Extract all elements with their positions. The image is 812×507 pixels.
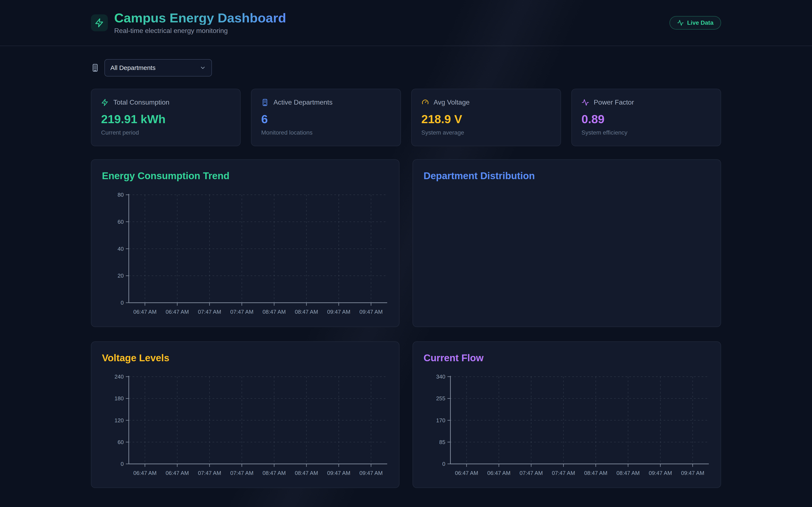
stat-card-avg-voltage: Avg Voltage 218.9 V System average [411,89,561,146]
energy-consumption-trend-chart: 02040608006:47 AM06:47 AM07:47 AM07:47 A… [102,190,389,317]
svg-text:08:47 AM: 08:47 AM [295,470,318,476]
svg-text:07:47 AM: 07:47 AM [230,308,254,315]
panel-current-flow: Current Flow 08517025534006:47 AM06:47 A… [413,341,721,488]
chart-title: Department Distribution [423,170,710,181]
gauge-icon [421,99,429,106]
building-icon [261,99,269,106]
svg-text:07:47 AM: 07:47 AM [198,470,221,476]
stat-card-active-departments: Active Departments 6 Monitored locations [251,89,401,146]
stat-sublabel: Current period [101,129,231,136]
svg-text:09:47 AM: 09:47 AM [327,470,350,476]
dashboard-main: All Departments Total Consumption 219.91… [91,46,721,488]
svg-text:06:47 AM: 06:47 AM [455,470,478,476]
chart-title: Voltage Levels [102,352,389,363]
stat-value: 0.89 [581,112,711,126]
stat-card-power-factor: Power Factor 0.89 System efficiency [571,89,721,146]
svg-text:09:47 AM: 09:47 AM [359,470,383,476]
app-logo [91,14,108,31]
stat-card-total-consumption: Total Consumption 219.91 kWh Current per… [91,89,241,146]
page-title: Campus Energy Dashboard [114,11,286,25]
stat-sublabel: Monitored locations [261,129,391,136]
svg-text:07:47 AM: 07:47 AM [198,308,221,315]
svg-text:40: 40 [117,245,124,252]
chart-title: Current Flow [423,352,710,363]
stat-value: 219.91 kWh [101,112,231,126]
svg-text:07:47 AM: 07:47 AM [552,470,575,476]
svg-text:0: 0 [442,461,445,467]
svg-text:06:47 AM: 06:47 AM [165,470,189,476]
svg-text:09:47 AM: 09:47 AM [359,308,383,315]
live-data-badge: Live Data [669,16,721,30]
live-data-label: Live Data [687,19,714,26]
stat-sublabel: System average [421,129,551,136]
stat-value: 6 [261,112,391,126]
svg-text:08:47 AM: 08:47 AM [295,308,318,315]
panel-department-distribution: Department Distribution [413,159,721,327]
activity-icon [581,99,589,106]
svg-text:20: 20 [117,273,124,279]
svg-text:255: 255 [436,395,445,402]
lightning-bolt-icon [95,18,104,28]
svg-text:09:47 AM: 09:47 AM [327,308,350,315]
stat-value: 218.9 V [421,112,551,126]
svg-text:07:47 AM: 07:47 AM [230,470,254,476]
svg-text:08:47 AM: 08:47 AM [262,470,286,476]
stats-grid: Total Consumption 219.91 kWh Current per… [91,89,721,146]
panel-energy-consumption-trend: Energy Consumption Trend 02040608006:47 … [91,159,399,327]
selected-department: All Departments [110,64,155,71]
building-icon [91,64,99,72]
svg-text:06:47 AM: 06:47 AM [133,470,156,476]
chevron-down-icon [200,65,206,71]
svg-text:80: 80 [117,191,124,198]
brand: Campus Energy Dashboard Real-time electr… [91,11,286,35]
svg-text:60: 60 [117,439,124,445]
department-filter-row: All Departments [91,59,721,76]
stat-label: Power Factor [594,99,634,106]
stat-label: Active Departments [273,99,333,106]
svg-text:08:47 AM: 08:47 AM [262,308,286,315]
chart-title: Energy Consumption Trend [102,170,389,181]
svg-text:06:47 AM: 06:47 AM [487,470,510,476]
stat-label: Avg Voltage [434,99,470,106]
current-flow-chart: 08517025534006:47 AM06:47 AM07:47 AM07:4… [423,372,710,477]
svg-text:170: 170 [436,417,445,424]
svg-text:120: 120 [115,417,124,424]
svg-text:85: 85 [439,439,445,445]
svg-text:07:47 AM: 07:47 AM [519,470,543,476]
lightning-bolt-icon [101,99,109,106]
department-select[interactable]: All Departments [104,59,212,76]
svg-text:240: 240 [115,374,124,380]
svg-text:06:47 AM: 06:47 AM [165,308,189,315]
stat-sublabel: System efficiency [581,129,711,136]
charts-row-1: Energy Consumption Trend 02040608006:47 … [91,159,721,327]
svg-text:08:47 AM: 08:47 AM [616,470,640,476]
voltage-levels-chart: 06012018024006:47 AM06:47 AM07:47 AM07:4… [102,372,389,477]
svg-text:60: 60 [117,219,124,225]
activity-icon [677,19,684,26]
app-header: Campus Energy Dashboard Real-time electr… [0,0,812,46]
svg-text:06:47 AM: 06:47 AM [133,308,156,315]
svg-text:180: 180 [115,395,124,402]
svg-text:09:47 AM: 09:47 AM [681,470,704,476]
stat-label: Total Consumption [113,99,169,106]
page-subtitle: Real-time electrical energy monitoring [114,27,286,35]
svg-text:0: 0 [121,299,124,306]
svg-text:0: 0 [121,461,124,467]
svg-text:09:47 AM: 09:47 AM [649,470,672,476]
svg-text:340: 340 [436,374,445,380]
charts-row-2: Voltage Levels 06012018024006:47 AM06:47… [91,341,721,488]
panel-voltage-levels: Voltage Levels 06012018024006:47 AM06:47… [91,341,399,488]
svg-text:08:47 AM: 08:47 AM [584,470,607,476]
